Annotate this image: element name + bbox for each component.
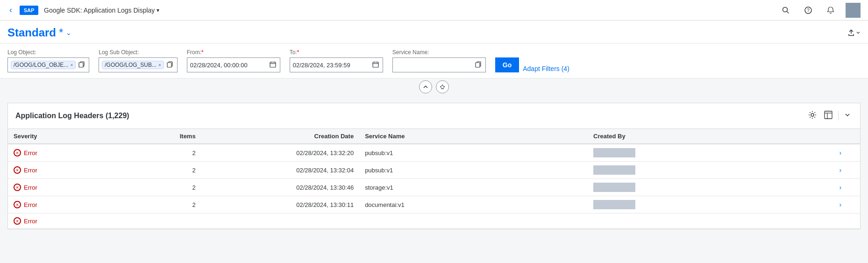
error-icon	[14, 217, 21, 225]
to-calendar-button[interactable]	[371, 60, 380, 70]
cell-items: 2	[131, 179, 201, 196]
cell-created-by	[588, 162, 834, 179]
from-input[interactable]	[190, 62, 267, 69]
filter-bar: Log Object: /GOOG/LOG_OBJE... × Log Sub …	[0, 43, 868, 78]
cell-service-name: pubsub:v1	[359, 162, 588, 179]
log-object-label: Log Object:	[7, 49, 89, 56]
notifications-button[interactable]	[823, 3, 838, 18]
service-name-input[interactable]	[396, 62, 472, 69]
cell-arrow[interactable]: ›	[834, 196, 860, 213]
svg-text:SAP: SAP	[24, 7, 35, 13]
svg-rect-6	[79, 63, 83, 67]
adapt-filters-button[interactable]: Adapt Filters (4)	[523, 65, 569, 72]
severity-text: Error	[24, 149, 37, 156]
cell-created-by	[588, 213, 834, 229]
collapse-filters-button[interactable]	[419, 80, 432, 93]
cell-severity: Error	[8, 213, 131, 229]
shell-bar-left: ‹ SAP Google SDK: Application Logs Displ…	[7, 3, 773, 17]
to-label-text: To:	[290, 49, 297, 56]
log-sub-object-label: Log Sub Object:	[99, 49, 178, 56]
toolbar-divider	[838, 111, 839, 121]
to-label: To:*	[290, 49, 383, 56]
created-by-redacted	[593, 200, 635, 209]
copy-icon	[78, 61, 85, 68]
filter-collapse-controls	[0, 78, 868, 95]
log-object-token-close-button[interactable]: ×	[70, 63, 73, 68]
cell-severity: Error	[8, 196, 131, 213]
cell-creation-date	[201, 213, 359, 229]
log-object-token-text: /GOOG/LOG_OBJE...	[14, 62, 68, 68]
cell-created-by	[588, 196, 834, 213]
severity-text: Error	[24, 184, 37, 191]
share-button[interactable]	[847, 29, 861, 36]
table-toolbar-right	[806, 109, 853, 123]
log-object-token: /GOOG/LOG_OBJE... ×	[11, 61, 76, 69]
calendar-icon	[270, 61, 276, 68]
cell-items: 2	[131, 162, 201, 179]
col-header-items: Items	[131, 129, 201, 144]
to-input[interactable]	[293, 62, 370, 69]
app-title-chevron-icon[interactable]: ▾	[157, 7, 159, 14]
log-object-copy-button[interactable]	[78, 60, 86, 70]
cell-items: 2	[131, 196, 201, 213]
shell-bar: ‹ SAP Google SDK: Application Logs Displ…	[0, 0, 868, 21]
error-icon	[14, 149, 21, 156]
to-field: To:*	[290, 49, 383, 72]
bell-icon	[827, 7, 834, 14]
search-button[interactable]	[778, 3, 793, 18]
table-view-button[interactable]	[822, 109, 834, 123]
col-header-arrow	[834, 129, 860, 144]
to-input-wrap	[290, 57, 383, 72]
cell-arrow[interactable]: ›	[834, 144, 860, 162]
go-button[interactable]: Go	[495, 57, 519, 72]
table-row: Error 2 02/28/2024, 13:30:11 documentai:…	[8, 196, 860, 213]
cell-severity: Error	[8, 162, 131, 179]
cell-creation-date: 02/28/2024, 13:30:46	[201, 179, 359, 196]
log-object-field: Log Object: /GOOG/LOG_OBJE... ×	[7, 49, 89, 72]
table-settings-button[interactable]	[806, 109, 818, 123]
shell-bar-right: ?	[778, 3, 861, 18]
pin-filters-button[interactable]	[436, 80, 449, 93]
chevron-up-icon	[423, 84, 428, 90]
settings-icon	[808, 111, 817, 119]
app-title: Google SDK: Application Logs Display ▾	[44, 7, 159, 14]
service-name-copy-button[interactable]	[474, 60, 483, 70]
cell-arrow[interactable]: ›	[834, 162, 860, 179]
severity-text: Error	[24, 218, 37, 225]
page-title-dropdown-button[interactable]: ⌄	[66, 29, 71, 36]
content-area: Application Log Headers (1,229)	[0, 95, 868, 237]
copy-icon	[475, 61, 482, 68]
svg-point-2	[783, 7, 788, 12]
severity-text: Error	[24, 167, 37, 174]
log-sub-object-token-close-button[interactable]: ×	[158, 63, 161, 68]
cell-creation-date: 02/28/2024, 13:32:04	[201, 162, 359, 179]
cell-arrow[interactable]: ›	[834, 179, 860, 196]
search-icon	[782, 7, 790, 14]
cell-service-name: documentai:v1	[359, 196, 588, 213]
log-object-input-wrap: /GOOG/LOG_OBJE... ×	[7, 57, 89, 72]
table-more-button[interactable]	[842, 110, 853, 122]
from-field: From:*	[187, 49, 280, 72]
cell-severity: Error	[8, 179, 131, 196]
app-title-text: Google SDK: Application Logs Display	[44, 7, 155, 14]
service-name-label: Service Name:	[392, 49, 486, 56]
col-header-service-name: Service Name	[359, 129, 588, 144]
col-header-created-by: Created By	[588, 129, 834, 144]
log-sub-object-input-wrap: /GOOG/LOG_SUB... ×	[99, 57, 178, 72]
from-input-wrap	[187, 57, 280, 72]
avatar-button[interactable]	[846, 3, 861, 18]
svg-rect-12	[373, 62, 378, 67]
back-button[interactable]: ‹	[7, 3, 14, 17]
to-required-star: *	[297, 49, 299, 56]
cell-items: 2	[131, 144, 201, 162]
log-sub-object-copy-button[interactable]	[166, 60, 174, 70]
application-log-table: Severity Items Creation Date Service Nam…	[8, 129, 860, 229]
help-button[interactable]: ?	[801, 3, 816, 18]
share-icon	[847, 29, 855, 36]
from-required-star: *	[201, 49, 204, 56]
cell-severity: Error	[8, 144, 131, 162]
page-title: Standard	[7, 26, 56, 39]
created-by-redacted	[593, 148, 635, 157]
from-calendar-button[interactable]	[269, 60, 277, 70]
cell-created-by	[588, 179, 834, 196]
